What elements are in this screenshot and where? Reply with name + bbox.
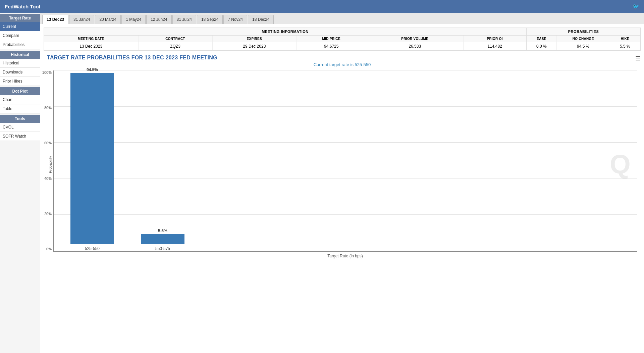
- app-title: FedWatch Tool: [5, 4, 40, 9]
- main-content: 13 Dec23 31 Jan24 20 Mar24 1 May24 12 Ju…: [40, 13, 644, 353]
- meeting-info-header: MEETING INFORMATION: [44, 28, 526, 36]
- cell-ease: 0.0 %: [527, 42, 556, 51]
- bar-group-550-575: 5.5% 550-575: [141, 229, 184, 251]
- chart-inner: Q 0% 20% 40% 60% 80% 100%: [53, 70, 637, 258]
- y-axis-label: Probability: [47, 70, 52, 258]
- sidebar-item-probabilities[interactable]: Probabilities: [0, 40, 40, 49]
- meeting-info-row: 13 Dec 2023 ZQZ3 29 Dec 2023 94.6725 26,…: [44, 42, 526, 51]
- top-bar: FedWatch Tool 🐦: [0, 0, 644, 13]
- tab-31jul24[interactable]: 31 Jul24: [172, 15, 196, 24]
- meeting-info-section: MEETING INFORMATION MEETING DATE CONTRAC…: [44, 28, 526, 50]
- tab-31jan24[interactable]: 31 Jan24: [69, 15, 94, 24]
- meeting-info-table: MEETING DATE CONTRACT EXPIRES MID PRICE …: [44, 36, 526, 50]
- probabilities-row: 0.0 % 94.5 % 5.5 %: [527, 42, 640, 51]
- tab-18sep24[interactable]: 18 Sep24: [197, 15, 223, 24]
- col-hike: HIKE: [610, 36, 640, 42]
- tab-20mar24[interactable]: 20 Mar24: [95, 15, 121, 24]
- cell-mid-price: 94.6725: [297, 42, 366, 51]
- probabilities-table: EASE NO CHANGE HIKE 0.0 % 94.5 % 5.5 %: [527, 36, 640, 50]
- sidebar-historical-header: Historical: [0, 51, 40, 59]
- bar-group-525-550: 94.5% 525-550: [70, 67, 114, 251]
- tab-13dec23[interactable]: 13 Dec23: [42, 15, 68, 24]
- sidebar-item-sofr-watch[interactable]: SOFR Watch: [0, 132, 40, 141]
- bars-area: 94.5% 525-550 5.5% 550-575: [57, 70, 637, 251]
- col-ease: EASE: [527, 36, 556, 42]
- sidebar-item-chart[interactable]: Chart: [0, 95, 40, 104]
- bar-label-bottom-550-575: 550-575: [155, 246, 170, 251]
- chart-area: 0% 20% 40% 60% 80% 100%: [53, 70, 637, 252]
- sidebar-tools-header: Tools: [0, 115, 40, 123]
- col-contract: CONTRACT: [138, 36, 212, 42]
- content-area: MEETING INFORMATION MEETING DATE CONTRAC…: [40, 24, 644, 353]
- chart-wrapper: Probability Q 0% 20% 40% 60% 80% 100%: [47, 70, 637, 258]
- col-no-change: NO CHANGE: [556, 36, 610, 42]
- cell-contract: ZQZ3: [138, 42, 212, 51]
- col-mid-price: MID PRICE: [297, 36, 366, 42]
- tab-7nov24[interactable]: 7 Nov24: [223, 15, 247, 24]
- cell-prior-volume: 26,533: [366, 42, 464, 51]
- col-prior-oi: PRIOR OI: [464, 36, 526, 42]
- sidebar-item-cvol[interactable]: CVOL: [0, 123, 40, 132]
- chart-menu-icon[interactable]: ☰: [635, 55, 641, 62]
- sidebar-item-historical[interactable]: Historical: [0, 59, 40, 68]
- cell-prior-oi: 114,482: [464, 42, 526, 51]
- probabilities-section: PROBABILITIES EASE NO CHANGE HIKE 0.0 %: [526, 28, 640, 50]
- sidebar-dot-plot-header: Dot Plot: [0, 87, 40, 95]
- tab-18dec24[interactable]: 18 Dec24: [248, 15, 274, 24]
- tab-12jun24[interactable]: 12 Jun24: [146, 15, 171, 24]
- tab-bar: 13 Dec23 31 Jan24 20 Mar24 1 May24 12 Ju…: [40, 13, 644, 24]
- sidebar-item-prior-hikes[interactable]: Prior Hikes: [0, 77, 40, 86]
- chart-container: TARGET RATE PROBABILITIES FOR 13 DEC 202…: [44, 55, 641, 258]
- col-expires: EXPIRES: [212, 36, 297, 42]
- sidebar: Target Rate Current Compare Probabilitie…: [0, 13, 40, 353]
- cell-meeting-date: 13 Dec 2023: [44, 42, 138, 51]
- sidebar-target-rate-header: Target Rate: [0, 14, 40, 22]
- probabilities-header: PROBABILITIES: [527, 28, 640, 36]
- sidebar-item-downloads[interactable]: Downloads: [0, 68, 40, 77]
- info-panel: MEETING INFORMATION MEETING DATE CONTRAC…: [44, 28, 641, 51]
- sidebar-item-table[interactable]: Table: [0, 104, 40, 113]
- bar-525-550: [70, 73, 114, 244]
- sidebar-item-compare[interactable]: Compare: [0, 31, 40, 40]
- cell-hike: 5.5 %: [610, 42, 640, 51]
- chart-subtitle: Current target rate is 525-550: [47, 62, 637, 67]
- bar-label-top-525-550: 94.5%: [87, 67, 98, 72]
- tab-1may24[interactable]: 1 May24: [121, 15, 146, 24]
- twitter-icon[interactable]: 🐦: [633, 3, 639, 10]
- bar-label-bottom-525-550: 525-550: [85, 246, 100, 251]
- bar-550-575: [141, 234, 184, 244]
- bar-label-top-550-575: 5.5%: [158, 229, 167, 233]
- cell-expires: 29 Dec 2023: [212, 42, 297, 51]
- col-meeting-date: MEETING DATE: [44, 36, 138, 42]
- chart-title: TARGET RATE PROBABILITIES FOR 13 DEC 202…: [47, 55, 217, 61]
- sidebar-item-current[interactable]: Current: [0, 22, 40, 31]
- x-axis-title: Target Rate (in bps): [53, 254, 637, 258]
- col-prior-volume: PRIOR VOLUME: [366, 36, 464, 42]
- cell-no-change: 94.5 %: [556, 42, 610, 51]
